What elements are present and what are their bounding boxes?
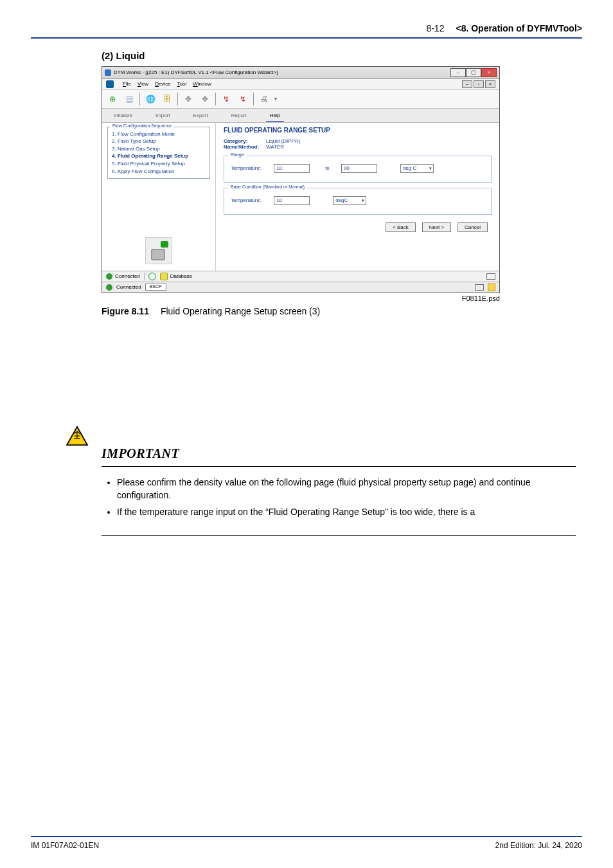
plug-icon[interactable]: ⊕ (106, 93, 119, 105)
sequence-legend: Flow Configuration Sequence (111, 123, 173, 129)
sync-icon (148, 273, 156, 280)
keyboard-icon (486, 273, 495, 280)
category-value: Liquid (DIPPR) (266, 138, 300, 145)
tab-export[interactable]: Export (190, 111, 212, 122)
important-bullet-2: If the temperature range input on the “F… (117, 505, 576, 518)
app-icon (105, 69, 111, 76)
range-temp-from-input[interactable]: 10 (274, 164, 310, 173)
tool-icon-2[interactable]: ✥ (199, 93, 211, 105)
plug-connected-icon-2 (106, 284, 112, 291)
range-fieldset: Range Temperature: 10 to 90 deg C (224, 156, 492, 183)
tab-help[interactable]: Help (266, 111, 284, 122)
plug-connected-icon (106, 273, 112, 280)
app-window: DTM Works - [(225 : E1) DYFSoftDL V1.1 <… (102, 66, 500, 293)
range-to-word: to (325, 165, 330, 172)
range-legend: Range (228, 152, 247, 158)
menu-view[interactable]: View (138, 81, 148, 87)
print-icon[interactable]: 🖨 (258, 93, 271, 105)
important-top-rule (102, 466, 576, 467)
panel-title: FLUID OPERATING RANGE SETUP (224, 127, 492, 134)
figure-caption: Fluid Operating Range Setup screen (3) (161, 306, 320, 316)
window-minimize-button[interactable]: – (450, 68, 466, 77)
basecond-legend: Base Condition (Standard or Normal) (228, 185, 307, 190)
important-bottom-rule (102, 535, 576, 536)
base-unit-select[interactable]: degC (333, 196, 366, 205)
menu-window[interactable]: Window (193, 81, 211, 87)
window-title: DTM Works - [(225 : E1) DYFSoftDL V1.1 <… (114, 69, 278, 76)
sequence-box: Flow Configuration Sequence 1. Flow Conf… (107, 127, 210, 179)
seq-step-5[interactable]: 5. Fluid Physical Property Setup (112, 161, 206, 167)
seq-step-1[interactable]: 1. Flow Configuration Mode (112, 131, 206, 138)
db-icon[interactable]: 🗄 (161, 93, 173, 105)
footer-docno: IM 01F07A02-01EN (31, 841, 99, 850)
alert-icon (488, 284, 495, 291)
range-unit-select[interactable]: deg C (400, 164, 434, 173)
pointer-icon[interactable]: ↯ (220, 93, 233, 105)
status-bar: Connected Database (102, 271, 499, 282)
window-maximize-button[interactable]: ▢ (466, 68, 481, 77)
globe-icon[interactable]: 🌐 (144, 93, 157, 105)
status-divider (144, 273, 145, 280)
mdi-restore-button[interactable]: ▫ (474, 80, 484, 88)
chapter-title: <8. Operation of DYFMVTool> (456, 23, 582, 33)
basecond-fieldset: Base Condition (Standard or Normal) Temp… (224, 188, 492, 215)
toolbar: ⊕ ▤ 🌐 🗄 ✥ ✥ ↯ ↯ 🖨 ▾ (102, 90, 499, 109)
range-temp-label: Temperature: (231, 165, 261, 172)
category-label: Category: (224, 138, 261, 145)
window-close-button[interactable]: × (481, 68, 497, 77)
base-temp-label: Temperature: (231, 197, 261, 204)
footer-date: 2nd Edition: Jul. 24, 2020 (495, 841, 582, 850)
seq-step-2[interactable]: 2. Fluid Type Setup (112, 138, 206, 145)
toolbar-separator (177, 93, 178, 105)
tab-import[interactable]: Import (152, 111, 174, 122)
scope-icon[interactable]: ↯ (236, 93, 249, 105)
tool-icon-1[interactable]: ✥ (182, 93, 195, 105)
range-temp-to-input[interactable]: 90 (341, 164, 377, 173)
figure-label: Figure 8.11 (102, 306, 149, 316)
important-bullet-1: Please confirm the density value on the … (117, 476, 576, 502)
tab-report[interactable]: Report (227, 111, 251, 122)
base-temp-input[interactable]: 10 (274, 196, 310, 205)
header-rule (31, 37, 582, 39)
brand-icon (106, 80, 114, 88)
toolbar-separator (139, 93, 140, 105)
cancel-button[interactable]: Cancel (458, 222, 488, 233)
important-title: IMPORTANT (102, 446, 576, 461)
database-icon (160, 273, 168, 280)
name-method-value: WATER (266, 144, 284, 150)
status-database: Database (170, 273, 192, 280)
doc-icon[interactable]: ▤ (123, 93, 136, 105)
menu-file[interactable]: File (123, 81, 131, 87)
status-connected-2: Connected (116, 284, 141, 291)
menu-tool[interactable]: Tool (177, 81, 187, 87)
figure-file: F0811E.psd (102, 294, 500, 302)
next-button[interactable]: Next > (422, 222, 451, 233)
seq-step-4[interactable]: 4. Fluid Operating Range Setup (112, 153, 206, 159)
back-button[interactable]: < Back (386, 222, 416, 233)
protocol-badge: BSCP (145, 284, 166, 290)
keyboard-icon-2 (475, 284, 484, 291)
toolbar-dropdown-arrow[interactable]: ▾ (274, 96, 277, 102)
wizard-illustration (145, 237, 172, 264)
seq-step-6[interactable]: 6. Apply Flow Configuration (112, 168, 206, 175)
toolbar-separator (215, 93, 216, 105)
section-heading: (2) Liquid (102, 50, 576, 61)
important-triangle-icon (66, 426, 89, 446)
page-number: 8-12 (426, 23, 444, 33)
mdi-minimize-button[interactable]: – (462, 80, 472, 88)
seq-step-3[interactable]: 3. Natural Gas Setup (112, 146, 206, 152)
mdi-close-button[interactable]: × (485, 80, 495, 88)
menu-device[interactable]: Device (155, 81, 170, 87)
name-method-label: Name/Method: (224, 144, 261, 150)
status-connected: Connected (115, 273, 140, 280)
tab-initialize[interactable]: Initialize (110, 111, 136, 122)
toolbar-separator (253, 93, 254, 105)
